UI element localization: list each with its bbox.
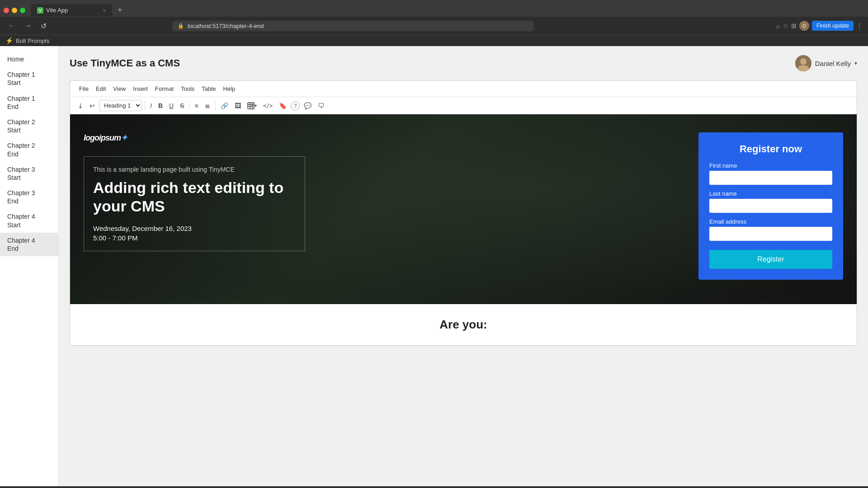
image-button[interactable]: 🖼 (232, 101, 243, 111)
logo: logoipsum✦ (84, 132, 689, 143)
chevron-down-icon: ▾ (854, 60, 857, 66)
tab-bar: V Vite App × + (0, 0, 868, 17)
page-title: Use TinyMCE as a CMS (70, 57, 180, 69)
sidebar-item-ch1-start[interactable]: Chapter 1Start (0, 67, 58, 90)
menu-table[interactable]: Table (198, 84, 219, 94)
sidebar-item-home[interactable]: Home (0, 52, 58, 67)
tab-title: Vite App (46, 7, 68, 14)
sidebar-item-ch4-end[interactable]: Chapter 4End (0, 233, 58, 256)
minimize-window-button[interactable] (12, 8, 17, 13)
menu-format[interactable]: Format (151, 84, 177, 94)
tab-close-icon[interactable]: × (103, 8, 106, 13)
sidebar: Home Chapter 1Start Chapter 1End Chapter… (0, 46, 59, 486)
event-tagline: This is a sample landing page built usin… (93, 166, 296, 173)
reload-button[interactable]: ↺ (38, 21, 49, 31)
email-label: Email address (709, 218, 832, 225)
bullet-list-button[interactable]: ≡ (192, 101, 200, 111)
register-button[interactable]: Register (709, 250, 832, 269)
user-menu[interactable]: Daniel Kelly ▾ (795, 55, 857, 71)
profile-icon[interactable]: D (799, 21, 809, 31)
event-time: 5:00 - 7:00 PM (93, 234, 296, 242)
register-form: Register now First name Last name Email … (698, 132, 843, 280)
tab-favicon: V (37, 7, 43, 14)
register-title: Register now (709, 143, 832, 155)
italic-button[interactable]: I (148, 101, 154, 111)
lock-icon: 🔒 (178, 23, 184, 29)
export-button[interactable]: ⤓ (75, 101, 85, 111)
main-content: Use TinyMCE as a CMS Daniel Kelly ▾ File… (59, 46, 868, 486)
landing-hero: logoipsum✦ This is a sample landing page… (70, 114, 857, 304)
extensions-icon[interactable]: ⊞ (791, 22, 797, 29)
sidebar-item-ch3-start[interactable]: Chapter 3Start (0, 162, 58, 185)
event-date: Wednesday, December 16, 2023 (93, 225, 296, 232)
menu-view[interactable]: View (109, 84, 129, 94)
undo-button[interactable]: ↩ (87, 101, 97, 111)
event-box[interactable]: This is a sample landing page built usin… (84, 156, 305, 251)
toolbar-divider-2 (189, 101, 189, 110)
are-you-heading: Are you: (88, 318, 839, 332)
close-window-button[interactable] (4, 8, 9, 13)
navigation-bar: ← → ↺ 🔒 localhost:5173/chapter-4-end ⌕ ☆… (0, 17, 868, 35)
toolbar-divider (145, 101, 145, 110)
back-button[interactable]: ← (5, 21, 18, 31)
bold-button[interactable]: B (156, 101, 165, 111)
underline-button[interactable]: U (167, 101, 176, 111)
maximize-window-button[interactable] (20, 8, 25, 13)
toolbar-divider-3 (215, 101, 216, 110)
bookmarks-bar: ⚡ Bolt Prompts (0, 35, 868, 46)
first-name-label: First name (709, 162, 832, 169)
code-button[interactable]: </> (261, 101, 275, 110)
editor-menubar: File Edit View Insert Format Tools Table… (70, 81, 857, 97)
star-icon[interactable]: ☆ (783, 22, 788, 29)
email-input[interactable] (709, 227, 832, 241)
zoom-icon[interactable]: ⌕ (776, 22, 780, 29)
svg-point-1 (800, 58, 807, 65)
editor-lower-section[interactable]: Are you: (70, 304, 857, 345)
ordered-list-button[interactable]: ≣ (203, 101, 212, 111)
comment-button[interactable]: 💬 (302, 101, 314, 111)
avatar (795, 55, 811, 71)
help-button[interactable]: ? (291, 101, 300, 110)
sidebar-item-ch2-start[interactable]: Chapter 2Start (0, 114, 58, 138)
forward-button[interactable]: → (22, 21, 34, 31)
strikethrough-button[interactable]: S (178, 101, 186, 111)
address-bar[interactable]: 🔒 localhost:5173/chapter-4-end (172, 21, 534, 31)
svg-rect-3 (248, 103, 254, 109)
traffic-lights (4, 8, 25, 13)
last-name-label: Last name (709, 190, 832, 197)
menu-file[interactable]: File (75, 84, 92, 94)
editor: File Edit View Insert Format Tools Table… (70, 80, 857, 346)
active-tab[interactable]: V Vite App × (31, 4, 112, 16)
sidebar-item-ch1-end[interactable]: Chapter 1End (0, 91, 58, 114)
url-text: localhost:5173/chapter-4-end (188, 23, 264, 29)
user-name: Daniel Kelly (815, 60, 851, 67)
bookmark-button[interactable]: 🔖 (277, 101, 289, 111)
sidebar-item-ch2-end[interactable]: Chapter 2End (0, 138, 58, 161)
editor-toolbar: ⤓ ↩ Heading 1 Heading 2 Heading 3 Paragr… (70, 97, 857, 114)
app-layout: Home Chapter 1Start Chapter 1End Chapter… (0, 46, 868, 486)
menu-tools[interactable]: Tools (177, 84, 198, 94)
status-bar: div › div › div › div › div › div › h1 P… (0, 486, 868, 488)
menu-help[interactable]: Help (219, 84, 239, 94)
new-tab-button[interactable]: + (114, 4, 126, 17)
discussion-button[interactable]: 🗨 (316, 101, 326, 111)
page-header: Use TinyMCE as a CMS Daniel Kelly ▾ (70, 55, 857, 71)
menu-insert[interactable]: Insert (129, 84, 151, 94)
sidebar-item-ch3-end[interactable]: Chapter 3End (0, 185, 58, 209)
link-button[interactable]: 🔗 (218, 101, 231, 111)
format-select[interactable]: Heading 1 Heading 2 Heading 3 Paragraph (99, 100, 142, 111)
table-button[interactable]: ▾ (245, 101, 259, 111)
finish-update-button[interactable]: Finish update (812, 21, 854, 31)
first-name-input[interactable] (709, 171, 832, 185)
event-title: Adding rich text editing to your CMS (93, 178, 296, 216)
nav-icons: ⌕ ☆ ⊞ D Finish update ⋮ (776, 21, 863, 31)
last-name-input[interactable] (709, 199, 832, 213)
menu-edit[interactable]: Edit (92, 84, 109, 94)
editor-content-area[interactable]: logoipsum✦ This is a sample landing page… (70, 114, 857, 345)
sidebar-item-ch4-start[interactable]: Chapter 4Start (0, 209, 58, 232)
bookmark-icon: ⚡ (5, 37, 13, 44)
bookmark-label[interactable]: Bolt Prompts (16, 38, 49, 44)
settings-icon[interactable]: ⋮ (856, 22, 863, 29)
